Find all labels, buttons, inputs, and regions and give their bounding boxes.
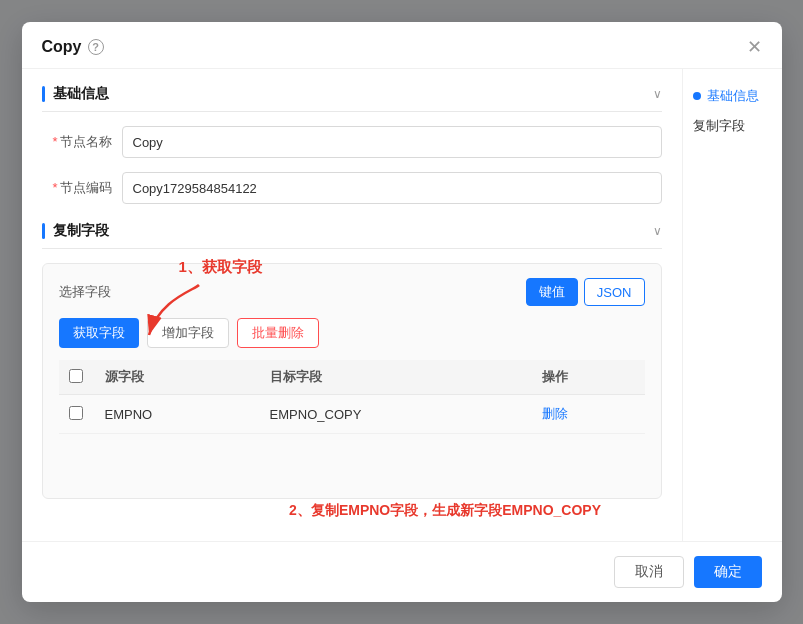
action-row: 1、获取字段: [59, 318, 645, 348]
section-bar-icon-2: [42, 223, 45, 239]
col-source: 源字段: [95, 360, 260, 395]
section-bar-icon: [42, 86, 45, 102]
col-action: 操作: [532, 360, 644, 395]
sidebar-dot-icon: [693, 92, 701, 100]
node-name-label: *节点名称: [42, 133, 122, 151]
annotation-step2: 2、复制EMPNO字段，生成新字段EMPNO_COPY: [289, 502, 601, 520]
row-checkbox[interactable]: [69, 406, 83, 420]
node-name-row: *节点名称: [42, 126, 662, 158]
source-field-cell: EMPNO: [95, 395, 260, 434]
copy-fields-title: 复制字段: [53, 222, 109, 240]
chevron-down-icon[interactable]: ∨: [653, 87, 662, 101]
modal-overlay: Copy ? ✕ 基础信息 ∨: [0, 0, 803, 624]
modal-footer: 取消 确定: [22, 541, 782, 602]
annotation-2-container: 2、复制EMPNO字段，生成新字段EMPNO_COPY: [59, 434, 645, 484]
section-header-basic: 基础信息 ∨: [42, 85, 662, 112]
field-table: 源字段 目标字段 操作 EMPNO: [59, 360, 645, 434]
sidebar-label-copy: 复制字段: [693, 117, 745, 135]
modal-body: 基础信息 ∨ *节点名称 *节点编码: [22, 69, 782, 541]
help-icon[interactable]: ?: [88, 39, 104, 55]
add-field-button[interactable]: 增加字段: [147, 318, 229, 348]
node-code-row: *节点编码: [42, 172, 662, 204]
main-content: 基础信息 ∨ *节点名称 *节点编码: [22, 69, 682, 541]
select-all-checkbox[interactable]: [69, 369, 83, 383]
basic-info-title: 基础信息: [53, 85, 109, 103]
col-checkbox: [59, 360, 95, 395]
tab-json-button[interactable]: JSON: [584, 278, 645, 306]
tab-key-button[interactable]: 键值: [526, 278, 578, 306]
node-code-input[interactable]: [122, 172, 662, 204]
chevron-down-icon-2[interactable]: ∨: [653, 224, 662, 238]
copy-fields-section: 复制字段 ∨ 选择字段 键值 JSON: [42, 222, 662, 499]
copy-section-header: 选择字段 键值 JSON: [59, 278, 645, 306]
target-field-cell: EMPNO_COPY: [260, 395, 533, 434]
col-target: 目标字段: [260, 360, 533, 395]
section-title-copy: 复制字段: [42, 222, 109, 240]
section-title-basic: 基础信息: [42, 85, 109, 103]
field-table-body: EMPNO EMPNO_COPY 删除: [59, 395, 645, 434]
tab-group: 键值 JSON: [526, 278, 645, 306]
sidebar: 基础信息 复制字段: [682, 69, 782, 541]
modal-header: Copy ? ✕: [22, 22, 782, 69]
cancel-button[interactable]: 取消: [614, 556, 684, 588]
action-cell: 删除: [532, 395, 644, 434]
table-header-row: 源字段 目标字段 操作: [59, 360, 645, 395]
node-code-label: *节点编码: [42, 179, 122, 197]
batch-delete-button[interactable]: 批量删除: [237, 318, 319, 348]
node-name-input[interactable]: [122, 126, 662, 158]
copy-section-body: 选择字段 键值 JSON 1、获取字段: [42, 263, 662, 499]
modal-dialog: Copy ? ✕ 基础信息 ∨: [22, 22, 782, 602]
annotation-step1: 1、获取字段: [179, 258, 262, 277]
sidebar-label-basic: 基础信息: [707, 87, 759, 105]
table-row: EMPNO EMPNO_COPY 删除: [59, 395, 645, 434]
field-table-head: 源字段 目标字段 操作: [59, 360, 645, 395]
section-header-copy: 复制字段 ∨: [42, 222, 662, 249]
sidebar-item-copy-fields[interactable]: 复制字段: [693, 115, 772, 137]
required-star-2: *: [52, 180, 57, 195]
choose-field-label: 选择字段: [59, 283, 111, 301]
required-star: *: [52, 134, 57, 149]
sidebar-item-basic-info[interactable]: 基础信息: [693, 85, 772, 107]
get-fields-button[interactable]: 获取字段: [59, 318, 139, 348]
title-text: Copy: [42, 38, 82, 56]
basic-info-section: 基础信息 ∨ *节点名称 *节点编码: [42, 85, 662, 204]
close-icon[interactable]: ✕: [747, 38, 762, 56]
row-checkbox-cell: [59, 395, 95, 434]
confirm-button[interactable]: 确定: [694, 556, 762, 588]
delete-link[interactable]: 删除: [542, 406, 568, 421]
modal-title: Copy ?: [42, 38, 104, 56]
